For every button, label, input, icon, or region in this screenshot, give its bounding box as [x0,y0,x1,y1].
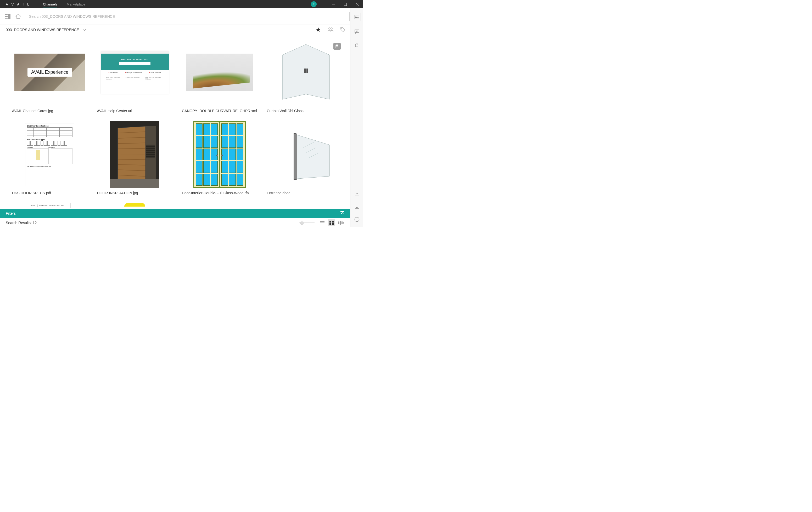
toolbar [0,8,363,25]
content-area: AVAIL Experience AVAIL Channel Cards.jpg… [0,35,350,209]
view-columns-button[interactable] [338,219,344,226]
card-title: CANOPY_DOUBLE CURVATURE_GHPR.xml [182,106,258,113]
thumb-sublink: Collaborating with AVAIL [125,77,144,80]
favorite-button[interactable] [316,27,321,33]
nav-tabs: Channels Marketplace [38,0,90,8]
content-card[interactable]: Entrance door [267,121,343,195]
thumb-number: 9290 [31,205,35,207]
comment-icon [354,29,359,34]
svg-point-10 [329,28,330,29]
content-card[interactable]: Curtain Wall Dbl Glass [267,39,343,113]
window-minimize-button[interactable] [327,0,339,8]
card-thumbnail: Hello. How can we help you? The Basics M… [97,39,173,106]
search-wrap [26,12,358,21]
view-grid-button[interactable] [328,219,335,226]
svg-rect-35 [342,221,343,224]
svg-rect-33 [338,221,340,224]
card-thumbnail: AVAIL Experience [12,39,88,106]
content-card[interactable]: 9290 GYPSUM FABRICATIONS [12,203,88,208]
tag-icon [340,27,345,32]
search-input[interactable] [26,12,350,21]
content-card[interactable]: Door-Interior-Double-Full Glass-Wood.rfa [182,121,258,195]
thumb-sublink: AVAIL Plans, Pricing and Licensing [106,77,124,80]
image-icon [355,15,359,19]
thumb-link: AVAIL for Revit [149,72,161,73]
svg-rect-1 [344,3,346,5]
home-button[interactable] [15,13,22,20]
svg-rect-32 [332,223,334,225]
card-thumbnail: DKS Door Specifications Standard Door Ty… [12,121,88,188]
content-grid: AVAIL Experience AVAIL Channel Cards.jpg… [12,39,342,208]
tab-marketplace[interactable]: Marketplace [62,0,90,8]
tab-channels[interactable]: Channels [38,0,62,8]
panel-icon [5,14,11,19]
window-maximize-button[interactable] [339,0,351,8]
card-thumbnail [267,39,343,106]
card-title: DKS DOOR SPECS.pdf [12,188,88,195]
list-icon [320,221,324,224]
thumb-link: The Basics [109,72,118,73]
info-button[interactable] [354,216,360,222]
grid-icon [329,221,334,225]
user-avatar[interactable]: T [311,1,317,7]
home-icon [16,14,21,19]
breadcrumb-title[interactable]: 003_DOORS AND WINDOWS REFERENCE [6,28,79,32]
app-logo: A V A I L [0,2,38,6]
thumb-sublink: AVAIL YouTube Videos and Webinars [145,77,163,80]
flag-badge[interactable] [334,43,341,50]
card-title: DOOR INSPIRATION.jpg [97,188,173,195]
card-title: AVAIL Help Center.url [97,106,173,113]
filters-label: Filters [6,211,16,215]
card-thumbnail [97,121,173,188]
svg-rect-7 [8,14,10,19]
card-thumbnail [182,121,258,188]
minimize-icon [332,3,335,6]
content-card[interactable]: DOOR INSPIRATION.jpg [97,121,173,195]
thumb-hero-text: Hello. How can we help you? [121,58,148,61]
tag-button[interactable] [340,27,345,33]
panel-toggle-button[interactable] [5,13,11,20]
thumb-link: Manage Your Account [125,72,142,73]
content-card[interactable]: AVAIL Experience AVAIL Channel Cards.jpg [12,39,88,113]
content-card[interactable] [97,203,173,208]
svg-rect-20 [304,68,306,73]
breadcrumb-dropdown[interactable] [83,28,86,32]
breadcrumb-bar: 003_DOORS AND WINDOWS REFERENCE [0,25,363,35]
filters-toggle-icon[interactable] [340,211,344,216]
results-count: 12 [33,221,37,225]
download-button[interactable] [354,204,360,210]
filters-bar[interactable]: Filters [0,209,350,218]
flag-icon [335,44,339,48]
columns-icon [338,221,344,224]
thumb-doc-subtitle: Standard Door Types [27,139,72,141]
window-close-button[interactable] [351,0,363,8]
content-card[interactable]: DKS Door Specifications Standard Door Ty… [12,121,88,195]
svg-point-18 [357,218,357,219]
thumb-brand: DKS [27,165,31,168]
share-button[interactable] [328,27,334,33]
card-title: Curtain Wall Dbl Glass [267,106,343,113]
results-label: Search Results: [6,221,32,225]
thumb-doc-title: DKS Door Specifications [27,125,72,127]
maximize-icon [344,3,347,6]
content-card[interactable]: CANOPY_DOUBLE CURVATURE_GHPR.xml [182,39,258,113]
svg-point-11 [331,28,332,29]
download-icon [355,205,359,209]
svg-rect-36 [343,222,344,223]
card-title: AVAIL Channel Cards.jpg [12,106,88,113]
svg-rect-31 [329,223,331,225]
upload-icon [355,192,359,197]
status-bar: Search Results: 12 [0,218,350,227]
comments-button[interactable] [354,29,360,34]
view-list-button[interactable] [319,219,325,226]
card-title: Door-Interior-Double-Full Glass-Wood.rfa [182,188,258,195]
thumbnail-size-slider[interactable] [299,222,315,223]
close-icon [356,3,359,6]
content-card[interactable]: Hello. How can we help you? The Basics M… [97,39,173,113]
extensions-button[interactable] [354,42,360,48]
upload-button[interactable] [354,191,360,197]
svg-point-12 [342,28,342,29]
preview-pane-button[interactable] [353,13,361,21]
svg-rect-30 [332,221,334,222]
info-icon [354,217,359,222]
